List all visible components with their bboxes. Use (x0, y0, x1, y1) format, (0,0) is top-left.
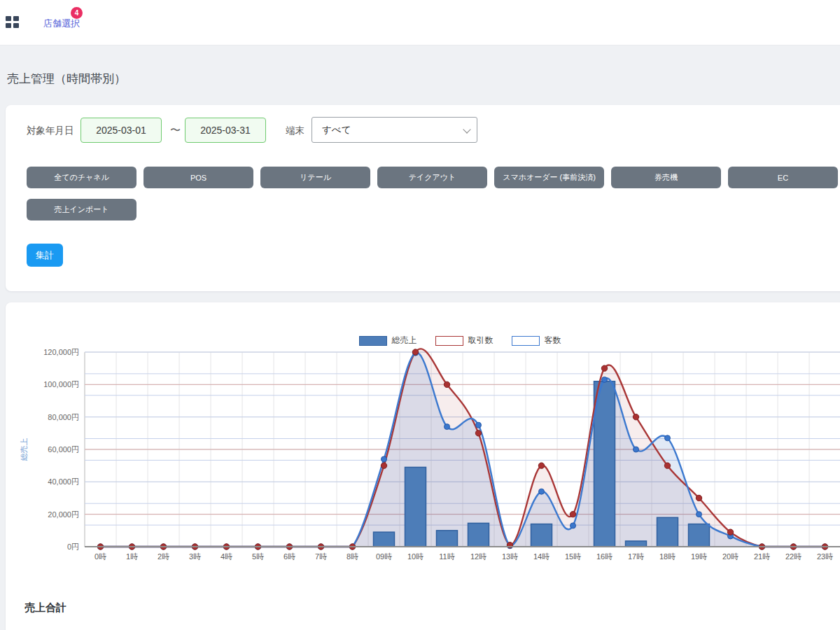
dot-customers (539, 489, 545, 494)
dot-customers (444, 424, 450, 430)
dot-customers (634, 447, 639, 452)
x-tick-label: 6時 (284, 552, 295, 561)
y-axis-title: 総売上 (20, 438, 28, 461)
x-tick-label: 21時 (754, 552, 770, 561)
dot-transactions (412, 349, 418, 355)
channel-button-6[interactable]: EC (728, 167, 838, 188)
dot-customers (665, 435, 671, 441)
bar-total-sales (626, 541, 647, 547)
date-to-input[interactable] (185, 118, 266, 143)
x-tick-label: 2時 (158, 552, 169, 561)
bar-total-sales (657, 517, 678, 547)
channel-button-group: 全てのチャネルPOSリテールテイクアウトスマホオーダー (事前決済)券売機EC売… (27, 167, 840, 220)
channel-button-5[interactable]: 券売機 (611, 167, 721, 188)
dot-customers (602, 377, 608, 382)
dot-transactions (727, 529, 733, 535)
x-tick-label: 5時 (252, 552, 264, 561)
channel-button-1[interactable]: POS (144, 167, 253, 188)
range-separator: 〜 (170, 124, 181, 137)
x-tick-label: 3時 (189, 552, 201, 561)
dot-transactions (475, 430, 481, 436)
grid-square (13, 16, 19, 21)
dot-transactions (601, 365, 607, 371)
grid-square (6, 16, 11, 21)
x-tick-label: 4時 (220, 552, 232, 561)
y-tick-label: 100,000円 (43, 380, 79, 388)
x-tick-label: 17時 (628, 552, 644, 561)
bar-total-sales (468, 523, 489, 547)
y-tick-label: 80,000円 (48, 413, 79, 421)
grid-square (13, 23, 19, 28)
terminal-label: 端末 (286, 125, 304, 137)
bar-total-sales (437, 531, 458, 547)
x-tick-label: 13時 (502, 552, 518, 561)
x-tick-label: 0時 (94, 552, 106, 561)
y-tick-label: 60,000円 (48, 445, 79, 454)
bar-total-sales (689, 524, 710, 547)
sales-total-section-title: 売上合計 (24, 601, 66, 615)
dot-transactions (696, 495, 701, 500)
dot-customers (382, 456, 387, 462)
date-range-label: 対象年月日 (27, 125, 74, 137)
filter-card: 対象年月日 〜 端末 すべて 全てのチャネルPOSリテールテイクアウトスマホオー… (6, 105, 840, 291)
x-tick-label: 1時 (126, 552, 138, 561)
store-count-badge: 4 (71, 7, 83, 19)
channel-button-0[interactable]: 全てのチャネル (27, 167, 136, 188)
channel-button-7[interactable]: 売上インポート (27, 199, 136, 220)
dot-transactions (570, 511, 575, 517)
top-header: 店舗選択 4 (0, 0, 840, 46)
grid-menu-icon[interactable] (6, 16, 20, 29)
x-tick-label: 22時 (785, 552, 802, 561)
bar-total-sales (531, 524, 552, 547)
dot-transactions (664, 463, 670, 468)
bar-total-sales (405, 467, 426, 547)
x-tick-label: 15時 (565, 552, 581, 561)
grid-square (6, 23, 11, 28)
date-from-input[interactable] (80, 118, 162, 143)
dot-customers (696, 512, 702, 517)
x-tick-label: 19時 (691, 552, 707, 561)
x-tick-label: 8時 (346, 552, 358, 561)
y-tick-label: 40,000円 (48, 477, 79, 486)
x-tick-label: 10時 (407, 552, 424, 561)
x-tick-label: 09時 (376, 552, 392, 561)
dot-transactions (538, 463, 544, 468)
sales-by-hour-chart: 0円20,000円40,000円60,000円80,000円100,000円12… (6, 302, 840, 630)
x-tick-label: 7時 (315, 552, 327, 561)
aggregate-button[interactable]: 集計 (27, 244, 63, 267)
x-tick-label: 20時 (722, 552, 738, 561)
store-select-link[interactable]: 店舗選択 (43, 18, 80, 30)
dot-transactions (633, 414, 638, 419)
x-tick-label: 23時 (817, 552, 833, 561)
channel-button-2[interactable]: リテール (260, 167, 370, 188)
x-tick-label: 12時 (470, 552, 486, 561)
channel-button-3[interactable]: テイクアウト (377, 167, 487, 188)
y-tick-label: 120,000円 (43, 348, 79, 356)
terminal-select[interactable]: すべて (312, 117, 477, 143)
x-tick-label: 18時 (659, 552, 676, 561)
dot-customers (476, 422, 482, 428)
page-title: 売上管理（時間帯別） (7, 71, 126, 87)
dot-transactions (381, 463, 386, 468)
x-tick-label: 16時 (596, 552, 612, 561)
channel-button-4[interactable]: スマホオーダー (事前決済) (494, 167, 604, 188)
dot-customers (570, 523, 576, 528)
bar-total-sales (374, 532, 395, 547)
chart-card: 総売上取引数客数 0円20,000円40,000円60,000円80,000円1… (6, 302, 840, 630)
y-tick-label: 20,000円 (48, 510, 79, 519)
y-tick-label: 0円 (67, 542, 79, 551)
x-tick-label: 14時 (533, 552, 550, 561)
x-tick-label: 11時 (439, 552, 454, 561)
dot-transactions (444, 382, 449, 387)
